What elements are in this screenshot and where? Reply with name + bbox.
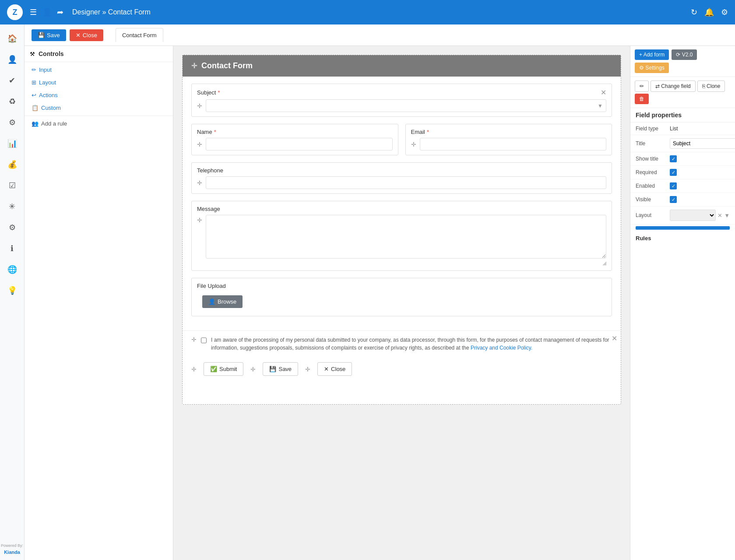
sidebar-item-config[interactable]: ⚙ [4,219,21,236]
show-title-checkbox[interactable]: ✓ [670,155,677,162]
controls-list: ✏ Input ⊞ Layout ↩ Actions 📋 Custom [25,62,173,116]
change-field-button[interactable]: ⇄ Change field [651,80,696,92]
name-handle[interactable]: ✛ [197,141,202,148]
consent-handle[interactable]: ✛ [191,336,197,343]
name-input[interactable] [206,138,393,150]
subject-select[interactable] [206,99,606,112]
control-layout[interactable]: ⊞ Layout [32,79,166,86]
submit-icon: ✅ [210,366,217,372]
layout-label: Layout [39,79,56,86]
subject-handle[interactable]: ✛ [197,102,202,109]
sidebar-item-chart[interactable]: 📊 [4,135,21,152]
sidebar-item-recycle[interactable]: ♻ [4,93,21,110]
resize-handle: ◢ [206,260,606,266]
save-handle[interactable]: ✛ [250,366,256,373]
page-title: Designer » Contact Form [72,8,686,16]
main-layout: 🏠 👤 ✔ ♻ ⚙ 📊 💰 ☑ ✳ ⚙ ℹ 🌐 💡 Powered By: Ki… [0,24,735,560]
delete-button[interactable]: 🗑 [635,94,649,104]
control-actions[interactable]: ↩ Actions [32,92,166,98]
form-close-button[interactable]: ✕ Close [317,362,352,376]
subject-close-icon[interactable]: ✕ [601,88,606,97]
required-checkbox[interactable]: ✓ [670,169,677,176]
notifications-icon[interactable]: 🔔 [704,7,714,17]
title-row: Title [630,135,735,152]
form-save-button[interactable]: 💾 Save [263,362,298,376]
sidebar-item-globe[interactable]: 🌐 [4,261,21,278]
close-button[interactable]: ✕ Close [70,29,103,41]
close-label: Close [83,32,97,38]
telephone-input[interactable] [206,176,606,189]
browse-button[interactable]: 👤 Browse [202,295,243,308]
consent-checkbox[interactable] [201,337,207,344]
hamburger-icon[interactable]: ☰ [30,7,37,17]
form-save-label: Save [278,366,292,372]
telephone-field-group: Telephone ✛ [191,162,612,194]
consent-link[interactable]: Privacy and Cookie Policy. [471,345,532,351]
sidebar-item-info[interactable]: ℹ [4,240,21,257]
tab-label: Contact Form [122,32,157,38]
version-button[interactable]: ⟳ V2.0 [672,49,697,60]
main-toolbar: 💾 Save ✕ Close Contact Form [25,24,735,46]
close-handle[interactable]: ✛ [305,366,310,373]
layout-select[interactable] [670,210,716,221]
sidebar-item-settings[interactable]: ⚙ [4,114,21,131]
sidebar-item-home[interactable]: 🏠 [4,30,21,47]
message-handle[interactable]: ✛ [197,217,202,224]
layout-close-icon[interactable]: ✕ [717,212,722,219]
sidebar-item-asterisk[interactable]: ✳ [4,198,21,215]
add-form-button[interactable]: + Add form [635,49,669,60]
consent-close-icon[interactable]: ✕ [612,334,617,343]
visible-checkbox[interactable]: ✓ [670,196,677,203]
consent-area: ✕ ✛ I am aware of the processing of my p… [183,330,621,357]
add-rule-icon: 👥 [32,120,39,127]
sidebar-item-money[interactable]: 💰 [4,156,21,173]
share-icon[interactable]: ➦ [57,7,63,17]
control-custom[interactable]: 📋 Custom [32,105,166,111]
controls-title: Controls [39,50,64,57]
save-button[interactable]: 💾 Save [32,29,66,41]
enabled-checkbox[interactable]: ✓ [670,182,677,189]
contact-form-tab[interactable]: Contact Form [116,28,163,42]
edit-button[interactable]: ✏ [635,80,649,92]
user-icon[interactable]: 👤 [42,7,52,17]
submit-button[interactable]: ✅ Submit [204,362,243,376]
message-textarea[interactable] [206,215,606,259]
right-actions-toolbar: ✏ ⇄ Change field ⎘ Clone 🗑 [630,77,735,108]
topbar: Z ☰ 👤 ➦ Designer » Contact Form ↻ 🔔 ⚙ [0,0,735,24]
title-prop-label: Title [636,140,666,147]
settings-icon[interactable]: ⚙ [721,7,728,17]
settings-button[interactable]: ⚙ Settings [635,63,669,73]
telephone-label: Telephone [197,167,606,174]
sidebar-nav: 🏠 👤 ✔ ♻ ⚙ 📊 💰 ☑ ✳ ⚙ ℹ 🌐 💡 Powered By: Ki… [0,24,25,560]
sidebar-item-lightbulb[interactable]: 💡 [4,282,21,299]
field-properties-title: Field properties [630,108,735,122]
form-drag-handle[interactable]: ✛ [191,62,197,70]
email-input[interactable] [420,138,607,150]
refresh-icon[interactable]: ↻ [691,7,697,17]
layout-icon: ⊞ [32,79,36,86]
add-rule-button[interactable]: 👥 Add a rule [25,116,173,131]
content-area: 💾 Save ✕ Close Contact Form ⚒ Controls [25,24,735,560]
name-field-group: Name * ✛ [191,124,398,155]
form-fields: Subject * ✕ ✛ ▼ [183,77,621,330]
layout-bar [636,226,730,230]
input-label: Input [39,66,52,73]
control-input[interactable]: ✏ Input [32,66,166,73]
change-field-label: ⇄ Change field [655,83,691,89]
layout-expand-icon[interactable]: ▼ [724,212,730,219]
field-type-value: List [670,126,730,132]
sidebar-item-check[interactable]: ✔ [4,72,21,89]
sidebar-item-tick[interactable]: ☑ [4,177,21,194]
clone-button[interactable]: ⎘ Clone [697,80,725,92]
actions-handle[interactable]: ✛ [191,366,197,373]
app-logo[interactable]: Z [7,4,23,20]
email-handle[interactable]: ✛ [411,141,416,148]
telephone-handle[interactable]: ✛ [197,179,202,186]
version-label: ⟳ V2.0 [676,52,693,58]
subject-field-group: Subject * ✕ ✛ ▼ [191,84,612,117]
add-rule-label: Add a rule [41,120,67,127]
message-label: Message [197,206,606,212]
title-input[interactable] [670,138,735,149]
message-field-group: Message ✛ ◢ [191,201,612,271]
sidebar-item-user[interactable]: 👤 [4,51,21,68]
